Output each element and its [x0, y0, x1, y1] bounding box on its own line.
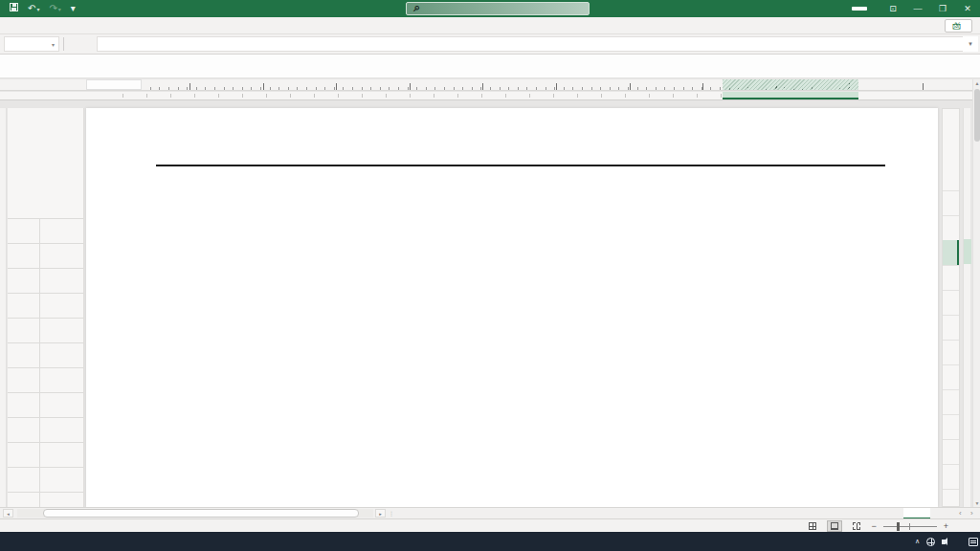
- redo-icon[interactable]: ↷▾: [49, 0, 60, 18]
- search-box[interactable]: 🔍︎: [406, 2, 590, 15]
- left-edge-strip: [0, 108, 7, 507]
- share-button[interactable]: 🖄︎: [945, 19, 972, 33]
- ribbon-display-options-icon[interactable]: ⊡: [880, 0, 905, 17]
- customize-qat-icon[interactable]: ▾: [71, 0, 76, 17]
- ribbon-tabs: [0, 17, 6, 33]
- save-icon[interactable]: [10, 0, 18, 17]
- formula-input[interactable]: [97, 36, 963, 52]
- vertical-scrollbar[interactable]: ▲ ▼: [972, 79, 980, 507]
- horizontal-scroll-thumb[interactable]: [43, 509, 359, 518]
- scroll-up-icon[interactable]: ▲: [973, 80, 980, 86]
- row-headers[interactable]: [942, 108, 960, 507]
- zoom-in-icon[interactable]: +: [944, 521, 948, 531]
- restore-icon[interactable]: ❐: [930, 0, 955, 17]
- tray-expand-icon[interactable]: ∧: [915, 538, 920, 545]
- excel-window: ↶▾ ↷▾ ▾ 🔍︎ ⊡ — ❐ ✕ 🖄︎ ▾: [0, 0, 980, 551]
- page-layout-view-icon[interactable]: [827, 520, 842, 532]
- ruler-selection-highlight: [723, 79, 858, 90]
- adjacent-page: [8, 108, 84, 507]
- page-break-preview-icon[interactable]: [849, 520, 864, 532]
- status-bar: − +: [0, 518, 980, 532]
- name-box[interactable]: ▾: [4, 36, 59, 52]
- column-headers[interactable]: [0, 92, 972, 100]
- zoom-slider[interactable]: [883, 521, 937, 531]
- worksheet-area: ▲ ▼: [0, 55, 980, 507]
- close-icon[interactable]: ✕: [955, 0, 980, 17]
- zoom-slider-thumb[interactable]: [897, 522, 900, 531]
- share-icon: 🖄︎: [952, 21, 961, 31]
- system-tray: ∧: [915, 532, 978, 551]
- action-center-icon[interactable]: [969, 538, 978, 546]
- undo-icon[interactable]: ↶▾: [28, 0, 39, 18]
- sign-in-button[interactable]: [852, 7, 867, 11]
- zoom-out-icon[interactable]: −: [871, 521, 876, 531]
- search-icon: 🔍︎: [412, 5, 420, 13]
- scroll-down-icon[interactable]: ▼: [973, 500, 980, 506]
- minimize-icon[interactable]: —: [905, 0, 930, 17]
- sheet-tab-row: ◂ ▸ ⋮ ‹ ›: [0, 507, 980, 518]
- horizontal-scrollbar[interactable]: [17, 509, 373, 518]
- normal-view-icon[interactable]: [805, 520, 820, 532]
- selected-column-header[interactable]: [723, 92, 858, 99]
- selected-row-header[interactable]: [943, 240, 959, 265]
- title-bar: ↶▾ ↷▾ ▾ 🔍︎ ⊡ — ❐ ✕: [0, 0, 980, 17]
- scroll-right-icon[interactable]: ▸: [375, 509, 386, 518]
- network-icon[interactable]: [926, 538, 935, 546]
- name-box-dropdown-icon[interactable]: ▾: [52, 41, 55, 48]
- horizontal-ruler: [0, 79, 972, 91]
- data-table: [156, 165, 885, 166]
- scroll-left-icon[interactable]: ◂: [3, 509, 13, 518]
- vertical-scroll-thumb[interactable]: [974, 89, 980, 142]
- volume-icon[interactable]: [942, 540, 946, 544]
- vertical-ruler: [963, 108, 970, 507]
- page: [86, 108, 938, 507]
- scrollbar-resize-handle[interactable]: ⋮: [389, 510, 395, 517]
- ribbon-tab-row: 🖄︎: [0, 17, 980, 34]
- taskbar: ∧: [0, 532, 980, 551]
- formula-bar-expand-icon[interactable]: ▾: [963, 36, 978, 52]
- quick-access-toolbar: ↶▾ ↷▾ ▾: [0, 0, 85, 18]
- formula-bar: ▾ ▾: [0, 34, 980, 55]
